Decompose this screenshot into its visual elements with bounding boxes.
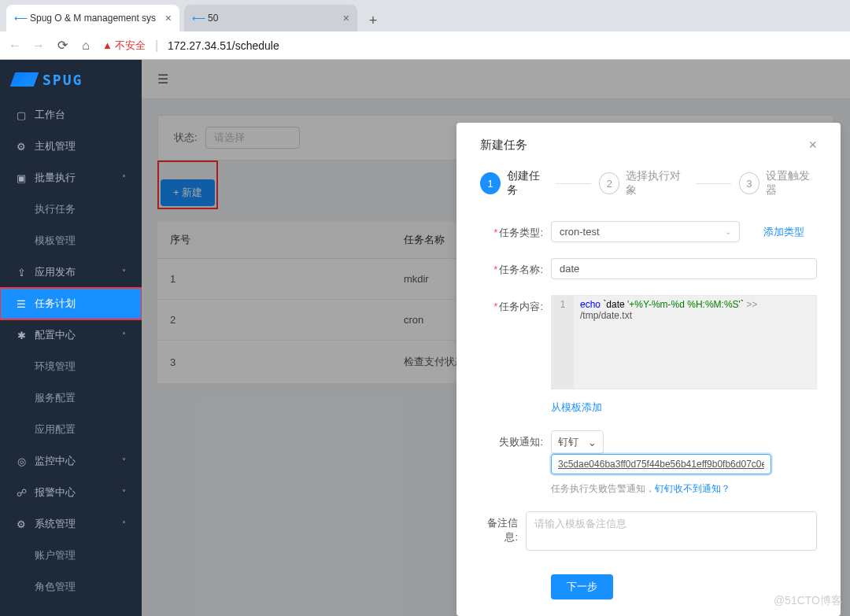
warning-icon: ▲ [102,39,113,51]
sidebar-item[interactable]: ✱配置中心˄ [0,319,142,351]
modal-title: 新建任务 [480,138,527,153]
step: 1创建任务 [480,169,548,197]
help-link[interactable]: 钉钉收不到通知？ [655,483,730,494]
logo-icon [10,72,39,87]
insecure-badge: ▲不安全 [102,39,146,53]
webhook-token-input[interactable] [551,454,771,474]
sidebar-subitem[interactable]: 模板管理 [0,225,142,256]
sidebar: SPUG ▢工作台⚙主机管理▣批量执行˄执行任务模板管理⇪应用发布˅☰任务计划✱… [0,60,142,616]
logo: SPUG [0,60,142,99]
sidebar-subitem[interactable]: 账户管理 [0,540,142,571]
chevron-icon: ˄ [122,520,126,529]
sidebar-subitem[interactable]: 环境管理 [0,351,142,382]
sidebar-subitem[interactable]: 角色管理 [0,571,142,603]
sidebar-item[interactable]: ⇪应用发布˅ [0,256,142,288]
from-template-link[interactable]: 从模板添加 [551,401,602,413]
chevron-icon: ˄ [122,331,126,340]
close-icon[interactable]: × [165,12,172,24]
sidebar-subitem[interactable]: 应用配置 [0,414,142,445]
favicon-icon: ⟵ [192,13,203,24]
sidebar-item[interactable]: ⚙主机管理 [0,131,142,162]
remark-textarea[interactable]: 请输入模板备注信息 [526,511,817,551]
tab-title: 50 [208,13,338,24]
fail-notify-select[interactable]: 钉钉 ⌄ [551,430,604,454]
main-content: ☰ 状态: 请选择 + 新建 序号任务名称 1mkdir2cron3检查支付状态… [142,60,850,616]
browser-tab-inactive[interactable]: ⟵ 50 × [184,5,357,31]
menu-icon: ⚙ [16,141,27,153]
task-type-select[interactable]: cron-test ⌄ [551,221,740,242]
step: 3设置触发器 [739,169,817,197]
browser-tab-active[interactable]: ⟵ Spug O & M management sys × [6,5,179,31]
menu-icon: ⚙ [16,518,27,530]
task-name-input[interactable] [551,258,817,279]
sidebar-subitem[interactable]: 服务配置 [0,382,142,414]
menu-icon: ▢ [16,109,27,121]
sidebar-item[interactable]: ⚙系统管理˄ [0,508,142,540]
chevron-icon: ˄ [122,174,126,183]
step: 2选择执行对象 [599,169,687,197]
menu-icon: ✱ [16,330,27,341]
task-content-editor[interactable]: 1 echo `date '+%Y-%m-%d %H:%M:%S'` >> /t… [551,295,817,389]
close-icon[interactable]: × [343,12,349,24]
add-type-link[interactable]: 添加类型 [763,225,804,239]
sidebar-item[interactable]: ☰任务计划 [0,288,142,319]
back-icon[interactable]: ← [8,39,22,53]
sidebar-item[interactable]: ▣批量执行˄ [0,162,142,194]
sidebar-subitem[interactable]: 执行任务 [0,194,142,225]
tab-title: Spug O & M management sys [30,13,161,24]
new-task-modal: 新建任务 × 1创建任务2选择执行对象3设置触发器 *任务类型: cron-te… [456,123,841,616]
sidebar-item[interactable]: ☍报警中心˅ [0,477,142,508]
address-bar: ← → ⟳ ⌂ ▲不安全 | 172.27.34.51/schedule [0,31,850,60]
forward-icon[interactable]: → [31,39,46,53]
chevron-down-icon: ⌄ [725,227,731,236]
chevron-down-icon: ⌄ [588,437,597,448]
sidebar-item[interactable]: ◎监控中心˅ [0,445,142,477]
close-icon[interactable]: × [808,137,817,153]
menu-icon: ▣ [16,172,27,184]
watermark: @51CTO博客 [774,594,842,608]
home-icon[interactable]: ⌂ [79,39,93,53]
new-tab-button[interactable]: + [362,9,384,31]
url-text[interactable]: 172.27.34.51/schedule [168,39,279,52]
chevron-icon: ˅ [122,457,126,466]
menu-icon: ◎ [16,456,27,467]
chevron-icon: ˅ [122,489,126,497]
reload-icon[interactable]: ⟳ [55,38,69,53]
chevron-icon: ˅ [122,268,126,277]
browser-tab-strip: ⟵ Spug O & M management sys × ⟵ 50 × + [0,0,850,31]
sidebar-item[interactable]: ▢工作台 [0,99,142,131]
fail-hint: 任务执行失败告警通知，钉钉收不到通知？ [551,482,817,496]
menu-icon: ⇪ [16,267,27,278]
menu-icon: ☍ [16,487,27,499]
next-button[interactable]: 下一步 [551,574,613,599]
menu-icon: ☰ [16,298,27,310]
favicon-icon: ⟵ [14,13,25,24]
